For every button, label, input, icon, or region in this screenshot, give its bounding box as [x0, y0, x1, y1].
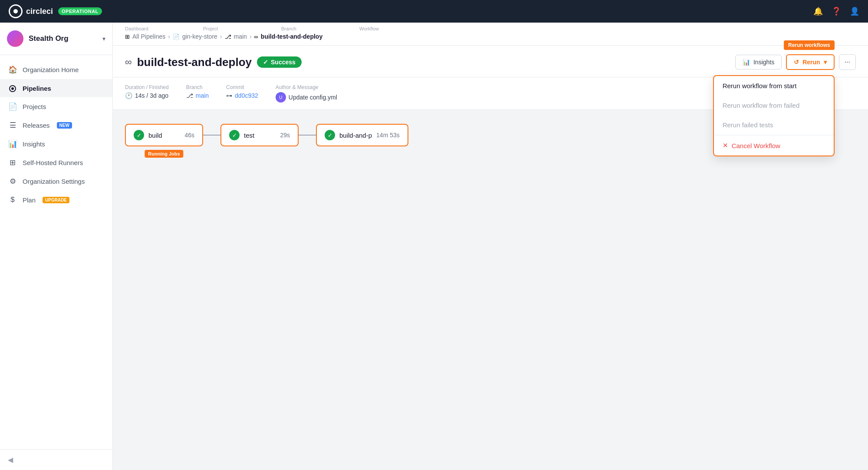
sidebar-label-insights: Insights [23, 140, 45, 148]
dropdown-item-rerun-from-failed[interactable]: Rerun workflow from failed [714, 96, 834, 115]
meta-commit: Commit ⊶ dd0c932 [226, 84, 258, 103]
meta-duration-label: Duration / Finished [125, 84, 169, 90]
breadcrumb-branch[interactable]: main [234, 33, 247, 40]
sidebar-label-pipelines: Pipelines [23, 85, 51, 92]
meta-commit-value: ⊶ dd0c932 [226, 92, 258, 99]
test-duration: 29s [280, 132, 290, 139]
clock-icon: 🕐 [125, 92, 132, 99]
org-chevron-icon: ▾ [102, 35, 105, 42]
commit-link[interactable]: dd0c932 [235, 92, 258, 99]
breadcrumb-label-branch: Branch [281, 26, 333, 31]
breadcrumb-label-dashboard: Dashboard [125, 26, 177, 31]
breadcrumb-labels: Dashboard Project Branch Workflow [125, 26, 856, 31]
rerun-chevron-icon: ▾ [824, 59, 827, 66]
rerun-tooltip: Rerun workflows [784, 40, 835, 50]
sidebar-item-insights[interactable]: 📊 Insights [0, 135, 112, 153]
connector-1 [203, 135, 220, 136]
rerun-label: Rerun [802, 59, 820, 66]
more-icon: ··· [845, 58, 850, 66]
all-pipelines-icon: ⊞ [125, 33, 130, 40]
rerun-dropdown-wrapper: Rerun workflows ↺ Rerun ▾ Rerun workflow… [786, 54, 834, 70]
meta-author-value: U Update config.yml [276, 92, 337, 103]
workflow-actions: 📊 Insights Rerun workflows ↺ Rerun ▾ Rer… [735, 54, 856, 70]
top-navigation: circleci OPERATIONAL 🔔 ❓ 👤 [0, 0, 868, 23]
build-label: build [148, 132, 162, 139]
logo-inner-circle [13, 9, 18, 13]
workflow-title-row: ∞ build-test-and-deploy ✓ Success 📊 Insi… [125, 54, 856, 77]
dropdown-item-rerun-failed-tests[interactable]: Rerun failed tests [714, 115, 834, 135]
user-avatar-icon[interactable]: 👤 [850, 7, 859, 16]
success-check-icon: ✓ [263, 59, 268, 66]
sidebar-item-plan[interactable]: $ Plan UPGRADE [0, 191, 112, 209]
test-success-icon: ✓ [229, 130, 240, 140]
plan-icon: $ [8, 195, 17, 204]
breadcrumb-bar: Dashboard Project Branch Workflow ⊞ All … [113, 23, 868, 46]
sidebar-item-self-hosted-runners[interactable]: ⊞ Self-Hosted Runners [0, 153, 112, 172]
settings-icon: ⚙ [8, 177, 17, 186]
help-icon[interactable]: ❓ [832, 7, 841, 16]
runners-icon: ⊞ [8, 158, 17, 167]
nav-right: 🔔 ❓ 👤 [813, 7, 859, 16]
meta-branch-label: Branch [186, 84, 209, 90]
sidebar-item-pipelines[interactable]: Pipelines [0, 79, 112, 97]
rerun-button[interactable]: ↺ Rerun ▾ [786, 54, 834, 70]
author-initials: U [279, 95, 282, 100]
meta-author: Author & Message U Update config.yml [276, 84, 337, 103]
meta-commit-label: Commit [226, 84, 258, 90]
sidebar-item-org-home[interactable]: 🏠 Organization Home [0, 60, 112, 79]
breadcrumb-project[interactable]: gin-key-store [182, 33, 217, 40]
circleci-logo[interactable]: circleci [9, 4, 53, 18]
notifications-icon[interactable]: 🔔 [813, 7, 823, 16]
branch-link[interactable]: main [196, 92, 209, 99]
logo-text: circleci [26, 7, 53, 16]
job-node-build-and-deploy[interactable]: ✓ build-and-p 14m 53s [316, 124, 408, 146]
rerun-dropdown-menu: Rerun workflow from start Rerun workflow… [713, 75, 835, 156]
breadcrumb-all-pipelines[interactable]: All Pipelines [132, 33, 165, 40]
sidebar-item-org-settings[interactable]: ⚙ Organization Settings [0, 172, 112, 191]
build-success-icon: ✓ [134, 130, 144, 140]
job-node-test[interactable]: ✓ test 29s [220, 124, 299, 146]
plan-upgrade-badge: UPGRADE [43, 197, 69, 203]
workflow-name-icon: ∞ [125, 56, 132, 68]
operational-badge: OPERATIONAL [58, 7, 102, 15]
workflow-status-badge: ✓ Success [257, 56, 302, 68]
branch-meta-icon: ⎇ [186, 92, 193, 99]
sidebar-item-projects[interactable]: 📄 Projects [0, 97, 112, 116]
meta-duration: Duration / Finished 🕐 14s / 3d ago [125, 84, 169, 103]
pipelines-icon [8, 84, 17, 93]
duration-text: 14s / 3d ago [135, 92, 168, 99]
org-header[interactable]: Stealth Org ▾ [0, 23, 112, 55]
sidebar-nav: 🏠 Organization Home Pipelines 📄 Projects… [0, 55, 112, 449]
breadcrumb-label-workflow: Workflow [359, 26, 411, 31]
meta-author-label: Author & Message [276, 84, 337, 90]
breadcrumb-sep-1: › [168, 33, 170, 40]
dropdown-item-rerun-from-start[interactable]: Rerun workflow from start [714, 76, 834, 96]
workflow-title-left: ∞ build-test-and-deploy ✓ Success [125, 56, 302, 69]
logo-icon [9, 4, 23, 18]
home-icon: 🏠 [8, 65, 17, 74]
job-node-build[interactable]: ✓ build 46s Running Jobs [125, 124, 203, 146]
more-options-button[interactable]: ··· [839, 54, 856, 70]
deploy-label: build-and-p [339, 132, 372, 139]
sidebar-label-settings: Organization Settings [23, 178, 85, 185]
breadcrumb-path: ⊞ All Pipelines › 📄 gin-key-store › ⎇ ma… [125, 33, 856, 45]
workflow-breadcrumb-icon: ∞ [254, 33, 258, 40]
dropdown-item-cancel-workflow[interactable]: ✕ Cancel Workflow [714, 135, 834, 156]
sidebar-item-releases[interactable]: ☰ Releases NEW [0, 116, 112, 135]
releases-new-badge: NEW [57, 122, 72, 129]
page-header: ∞ build-test-and-deploy ✓ Success 📊 Insi… [113, 46, 868, 77]
breadcrumb-sep-2: › [220, 33, 222, 40]
insights-btn-label: Insights [753, 59, 774, 66]
sidebar-label-plan: Plan [23, 196, 36, 204]
rerun-icon: ↺ [794, 59, 799, 66]
gin-key-icon: 📄 [173, 33, 180, 40]
sidebar-collapse-button[interactable]: ◀ [0, 449, 112, 470]
meta-duration-value: 🕐 14s / 3d ago [125, 92, 169, 99]
author-message-text: Update config.yml [289, 94, 337, 101]
breadcrumb-sep-3: › [250, 33, 252, 40]
commit-icon: ⊶ [226, 92, 232, 99]
breadcrumb-workflow: build-test-and-deploy [261, 33, 322, 40]
status-label: Success [271, 59, 296, 66]
connector-2 [299, 135, 316, 136]
insights-button[interactable]: 📊 Insights [735, 55, 782, 70]
